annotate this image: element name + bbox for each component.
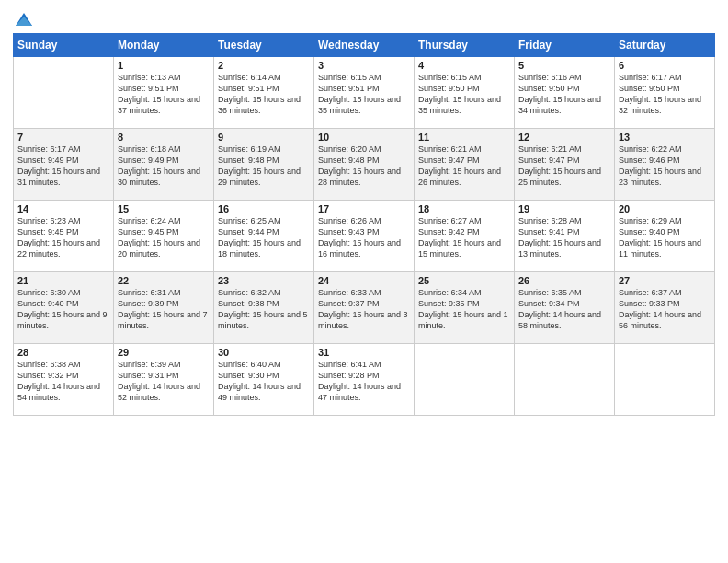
calendar-cell: 29Sunrise: 6:39 AMSunset: 9:31 PMDayligh… [114,344,214,416]
day-info: Sunrise: 6:32 AMSunset: 9:38 PMDaylight:… [218,287,310,332]
calendar-cell: 25Sunrise: 6:34 AMSunset: 9:35 PMDayligh… [415,272,515,344]
week-row-5: 28Sunrise: 6:38 AMSunset: 9:32 PMDayligh… [14,344,715,416]
calendar-table: SundayMondayTuesdayWednesdayThursdayFrid… [13,33,715,416]
day-info: Sunrise: 6:31 AMSunset: 9:39 PMDaylight:… [118,287,210,332]
day-info: Sunrise: 6:26 AMSunset: 9:43 PMDaylight:… [318,215,410,260]
weekday-header-row: SundayMondayTuesdayWednesdayThursdayFrid… [14,34,715,57]
day-number: 12 [518,132,610,143]
day-info: Sunrise: 6:40 AMSunset: 9:30 PMDaylight:… [218,359,310,404]
day-number: 2 [218,60,310,71]
day-number: 5 [518,60,610,71]
day-number: 23 [218,275,310,286]
day-number: 9 [218,132,310,143]
calendar-cell: 20Sunrise: 6:29 AMSunset: 9:40 PMDayligh… [615,201,715,272]
calendar-cell: 8Sunrise: 6:18 AMSunset: 9:49 PMDaylight… [114,129,214,201]
calendar-cell: 28Sunrise: 6:38 AMSunset: 9:32 PMDayligh… [14,344,114,416]
day-number: 17 [318,203,410,214]
day-number: 27 [619,275,711,286]
calendar-cell [415,344,515,416]
day-info: Sunrise: 6:19 AMSunset: 9:48 PMDaylight:… [218,144,310,189]
calendar-cell: 17Sunrise: 6:26 AMSunset: 9:43 PMDayligh… [314,201,415,272]
day-info: Sunrise: 6:25 AMSunset: 9:44 PMDaylight:… [218,215,310,260]
day-info: Sunrise: 6:16 AMSunset: 9:50 PMDaylight:… [518,72,610,117]
day-number: 28 [17,347,109,358]
calendar-cell: 10Sunrise: 6:20 AMSunset: 9:48 PMDayligh… [314,129,415,201]
day-number: 20 [619,203,711,214]
calendar-cell: 1Sunrise: 6:13 AMSunset: 9:51 PMDaylight… [114,57,214,129]
week-row-3: 14Sunrise: 6:23 AMSunset: 9:45 PMDayligh… [14,201,715,272]
day-info: Sunrise: 6:38 AMSunset: 9:32 PMDaylight:… [17,359,109,404]
calendar-cell: 24Sunrise: 6:33 AMSunset: 9:37 PMDayligh… [314,272,415,344]
calendar-cell: 27Sunrise: 6:37 AMSunset: 9:33 PMDayligh… [615,272,715,344]
day-info: Sunrise: 6:20 AMSunset: 9:48 PMDaylight:… [318,144,410,189]
calendar-cell: 21Sunrise: 6:30 AMSunset: 9:40 PMDayligh… [14,272,114,344]
day-number: 21 [17,275,109,286]
calendar-cell: 2Sunrise: 6:14 AMSunset: 9:51 PMDaylight… [214,57,314,129]
day-info: Sunrise: 6:17 AMSunset: 9:50 PMDaylight:… [619,72,711,117]
calendar-cell: 12Sunrise: 6:21 AMSunset: 9:47 PMDayligh… [515,129,615,201]
calendar-cell: 3Sunrise: 6:15 AMSunset: 9:51 PMDaylight… [314,57,415,129]
day-number: 19 [518,203,610,214]
calendar-cell: 16Sunrise: 6:25 AMSunset: 9:44 PMDayligh… [214,201,314,272]
calendar-cell: 11Sunrise: 6:21 AMSunset: 9:47 PMDayligh… [415,129,515,201]
calendar-cell: 22Sunrise: 6:31 AMSunset: 9:39 PMDayligh… [114,272,214,344]
calendar-cell: 18Sunrise: 6:27 AMSunset: 9:42 PMDayligh… [415,201,515,272]
calendar-cell [515,344,615,416]
day-info: Sunrise: 6:28 AMSunset: 9:41 PMDaylight:… [518,215,610,260]
weekday-header-thursday: Thursday [415,34,515,57]
weekday-header-monday: Monday [114,34,214,57]
calendar-cell: 31Sunrise: 6:41 AMSunset: 9:28 PMDayligh… [314,344,415,416]
day-number: 7 [17,132,109,143]
calendar-cell: 30Sunrise: 6:40 AMSunset: 9:30 PMDayligh… [214,344,314,416]
day-number: 10 [318,132,410,143]
day-number: 4 [418,60,510,71]
calendar-cell: 14Sunrise: 6:23 AMSunset: 9:45 PMDayligh… [14,201,114,272]
day-info: Sunrise: 6:21 AMSunset: 9:47 PMDaylight:… [518,144,610,189]
weekday-header-wednesday: Wednesday [314,34,415,57]
week-row-1: 1Sunrise: 6:13 AMSunset: 9:51 PMDaylight… [14,57,715,129]
day-info: Sunrise: 6:29 AMSunset: 9:40 PMDaylight:… [619,215,711,260]
day-number: 16 [218,203,310,214]
weekday-header-friday: Friday [515,34,615,57]
day-number: 13 [619,132,711,143]
calendar-cell: 7Sunrise: 6:17 AMSunset: 9:49 PMDaylight… [14,129,114,201]
calendar-cell: 26Sunrise: 6:35 AMSunset: 9:34 PMDayligh… [515,272,615,344]
day-info: Sunrise: 6:18 AMSunset: 9:49 PMDaylight:… [118,144,210,189]
day-number: 29 [118,347,210,358]
weekday-header-saturday: Saturday [615,34,715,57]
day-info: Sunrise: 6:17 AMSunset: 9:49 PMDaylight:… [17,144,109,189]
day-info: Sunrise: 6:35 AMSunset: 9:34 PMDaylight:… [518,287,610,332]
calendar-cell: 23Sunrise: 6:32 AMSunset: 9:38 PMDayligh… [214,272,314,344]
day-info: Sunrise: 6:34 AMSunset: 9:35 PMDaylight:… [418,287,510,332]
header [13,9,715,26]
calendar-cell [615,344,715,416]
day-number: 24 [318,275,410,286]
day-number: 1 [118,60,210,71]
day-number: 22 [118,275,210,286]
calendar-cell: 15Sunrise: 6:24 AMSunset: 9:45 PMDayligh… [114,201,214,272]
calendar-cell: 13Sunrise: 6:22 AMSunset: 9:46 PMDayligh… [615,129,715,201]
day-info: Sunrise: 6:39 AMSunset: 9:31 PMDaylight:… [118,359,210,404]
day-info: Sunrise: 6:13 AMSunset: 9:51 PMDaylight:… [118,72,210,117]
day-info: Sunrise: 6:15 AMSunset: 9:50 PMDaylight:… [418,72,510,117]
day-info: Sunrise: 6:21 AMSunset: 9:47 PMDaylight:… [418,144,510,189]
calendar-cell [14,57,114,129]
week-row-2: 7Sunrise: 6:17 AMSunset: 9:49 PMDaylight… [14,129,715,201]
day-number: 18 [418,203,510,214]
calendar-cell: 19Sunrise: 6:28 AMSunset: 9:41 PMDayligh… [515,201,615,272]
day-info: Sunrise: 6:22 AMSunset: 9:46 PMDaylight:… [619,144,711,189]
day-number: 11 [418,132,510,143]
logo-icon [14,9,34,29]
day-number: 26 [518,275,610,286]
day-number: 3 [318,60,410,71]
day-number: 8 [118,132,210,143]
day-info: Sunrise: 6:33 AMSunset: 9:37 PMDaylight:… [318,287,410,332]
day-info: Sunrise: 6:14 AMSunset: 9:51 PMDaylight:… [218,72,310,117]
day-info: Sunrise: 6:27 AMSunset: 9:42 PMDaylight:… [418,215,510,260]
calendar-cell: 4Sunrise: 6:15 AMSunset: 9:50 PMDaylight… [415,57,515,129]
day-number: 14 [17,203,109,214]
day-info: Sunrise: 6:41 AMSunset: 9:28 PMDaylight:… [318,359,410,404]
weekday-header-sunday: Sunday [14,34,114,57]
calendar-cell: 6Sunrise: 6:17 AMSunset: 9:50 PMDaylight… [615,57,715,129]
day-number: 15 [118,203,210,214]
